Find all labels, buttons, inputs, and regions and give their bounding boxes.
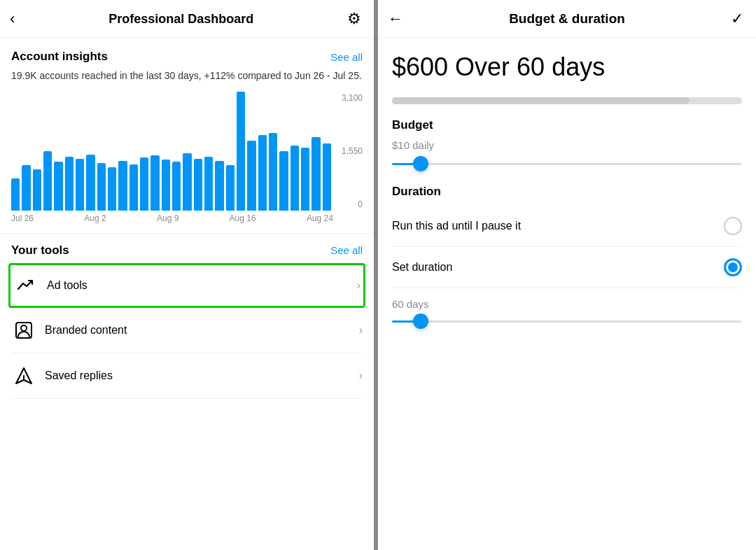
branded-content-label: Branded content — [45, 324, 359, 337]
budget-daily-value: $10 daily — [392, 139, 742, 151]
summary-slider-bg — [392, 97, 742, 104]
chart-bar — [247, 141, 255, 211]
y-label-top: 3,100 — [342, 93, 363, 103]
budget-section-label: Budget — [392, 118, 742, 132]
until-paused-label: Run this ad until I pause it — [392, 220, 521, 232]
person-badge-icon — [11, 318, 36, 343]
chart-bar — [97, 163, 106, 211]
chart-bar — [301, 148, 309, 211]
chart-bar — [215, 161, 223, 211]
right-content: $600 Over 60 days Budget $10 daily Durat… — [378, 38, 756, 328]
chart-x-labels: Jul 26 Aug 2 Aug 9 Aug 16 Aug 24 — [11, 211, 333, 223]
tools-see-all[interactable]: See all — [330, 244, 363, 256]
chart-bar — [312, 137, 320, 211]
y-label-mid: 1,550 — [342, 146, 363, 156]
chart-bar — [86, 155, 94, 211]
chart-bar — [108, 167, 116, 211]
account-insights-header: Account insights See all — [11, 50, 363, 64]
until-paused-radio[interactable] — [724, 217, 742, 235]
chart-bar — [226, 165, 234, 211]
chart-bar — [33, 169, 41, 211]
chevron-right-icon-2: › — [359, 324, 363, 337]
chart-bar — [65, 157, 74, 211]
right-panel: ← Budget & duration ✓ $600 Over 60 days … — [378, 0, 756, 550]
svg-point-1 — [21, 325, 27, 331]
divider — [0, 233, 374, 234]
trending-icon — [13, 273, 38, 298]
account-insights-see-all[interactable]: See all — [330, 51, 363, 63]
x-label-4: Aug 24 — [307, 213, 333, 223]
x-label-1: Aug 2 — [84, 213, 106, 223]
set-duration-label: Set duration — [392, 261, 452, 274]
x-label-3: Aug 16 — [230, 213, 256, 223]
x-label-0: Jul 26 — [11, 213, 34, 223]
left-header: ‹ Professional Dashboard ⚙ — [0, 0, 374, 38]
days-value: 60 days — [392, 298, 742, 310]
duration-section-label: Duration — [392, 185, 742, 199]
chart-bar — [162, 160, 170, 211]
duration-option-until-paused[interactable]: Run this ad until I pause it — [392, 206, 742, 247]
chevron-right-icon: › — [357, 279, 360, 292]
check-button[interactable]: ✓ — [731, 10, 743, 28]
chart-bar — [183, 153, 191, 211]
budget-slider-track — [392, 163, 742, 165]
tools-header: Your tools See all — [11, 244, 363, 258]
chart-bar — [194, 159, 202, 211]
chart-bar — [118, 161, 127, 211]
chart-bar — [54, 162, 62, 211]
chart-bar — [258, 135, 267, 211]
left-panel: ‹ Professional Dashboard ⚙ Account insig… — [0, 0, 378, 550]
set-duration-radio[interactable] — [724, 258, 742, 276]
chart-bar — [237, 92, 245, 211]
summary-slider-track — [392, 97, 742, 104]
ad-tools-label: Ad tools — [47, 279, 357, 292]
tool-item-branded-content[interactable]: Branded content › — [11, 308, 363, 353]
chart-bar — [76, 159, 84, 211]
chart-bar — [150, 155, 159, 211]
chart-bar — [130, 164, 138, 211]
y-label-bot: 0 — [342, 199, 363, 209]
duration-slider-thumb[interactable] — [413, 313, 428, 329]
chart-bar — [269, 133, 277, 211]
chart-bar — [290, 146, 299, 211]
budget-slider[interactable] — [392, 157, 742, 171]
summary-slider-fill — [392, 97, 690, 104]
right-back-button[interactable]: ← — [388, 10, 403, 28]
chart-bar — [140, 157, 148, 211]
saved-replies-label: Saved replies — [45, 369, 359, 382]
dashboard-title: Professional Dashboard — [108, 12, 253, 27]
chart-bar — [43, 151, 52, 211]
chart-container: 3,100 1,550 0 Jul 26 Aug 2 Aug 9 Aug 16 … — [11, 92, 363, 223]
bar-chart — [11, 92, 333, 211]
tools-title: Your tools — [11, 244, 69, 258]
left-content: Account insights See all 19.9K accounts … — [0, 38, 374, 399]
gear-icon[interactable]: ⚙ — [347, 10, 361, 28]
back-button[interactable]: ‹ — [10, 10, 15, 28]
tool-item-saved-replies[interactable]: Saved replies › — [11, 353, 363, 399]
budget-duration-title: Budget & duration — [509, 11, 625, 27]
chart-bar — [11, 178, 20, 211]
duration-slider-track — [392, 320, 742, 323]
send-icon — [11, 363, 36, 388]
chart-bar — [279, 151, 288, 211]
right-header: ← Budget & duration ✓ — [378, 0, 756, 38]
x-label-2: Aug 9 — [157, 213, 178, 223]
account-insights-title: Account insights — [11, 50, 108, 64]
insights-description: 19.9K accounts reached in the last 30 da… — [11, 69, 363, 83]
duration-slider[interactable] — [392, 314, 742, 328]
chart-bar — [22, 165, 30, 211]
chevron-right-icon-3: › — [359, 369, 363, 382]
tool-item-ad-tools[interactable]: Ad tools › — [8, 263, 365, 308]
budget-slider-thumb[interactable] — [413, 156, 428, 171]
chart-bar — [172, 162, 181, 211]
chart-bar — [204, 157, 213, 211]
tools-section: Your tools See all Ad tools › — [11, 244, 363, 399]
chart-bar — [323, 143, 331, 211]
chart-y-labels: 3,100 1,550 0 — [342, 92, 363, 211]
budget-summary: $600 Over 60 days — [392, 52, 742, 82]
duration-option-set-duration[interactable]: Set duration — [392, 247, 742, 288]
